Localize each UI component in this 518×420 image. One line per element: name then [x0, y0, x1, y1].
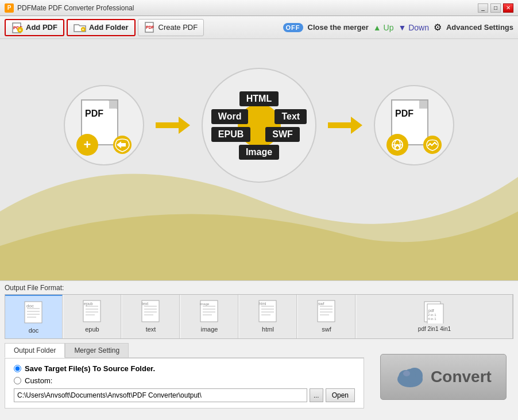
arrow-right-1	[156, 114, 190, 137]
doc-label: doc	[29, 327, 39, 334]
output-folder-section: Output Folder Merger Setting Save Target…	[0, 341, 369, 413]
convert-area: Convert	[369, 341, 518, 413]
svg-text:html: html	[259, 302, 266, 306]
svg-text:4 in 1: 4 in 1	[428, 317, 436, 321]
merger-toggle[interactable]: OFF	[283, 23, 303, 32]
svg-text:epub: epub	[84, 302, 93, 306]
svg-marker-8	[156, 117, 190, 134]
format-circle: HTML Word Text EPUB SWF Image	[202, 68, 316, 183]
output-folder-tabs: Output Folder Merger Setting	[5, 343, 364, 358]
format-tab-image[interactable]: image image	[181, 295, 238, 338]
up-button[interactable]: ▲ Up	[373, 23, 394, 32]
create-pdf-label: Create PDF	[159, 23, 198, 32]
image-label: image	[201, 326, 218, 333]
create-pdf-button[interactable]: PDF Create PDF	[138, 19, 204, 36]
output-format-label: Output File Format:	[5, 284, 513, 292]
output-folder-content: Save Target File(s) To Source Folder. Cu…	[5, 358, 364, 409]
save-to-source-row: Save Target File(s) To Source Folder.	[14, 364, 355, 373]
source-pdf-circle: PDF +	[64, 85, 144, 165]
minimize-button[interactable]: _	[478, 3, 488, 13]
svg-text:doc: doc	[26, 303, 34, 309]
main-area: PDF + HTML	[0, 39, 518, 280]
swf-icon: swf	[315, 299, 338, 323]
app-title: PDFMate PDF Converter Professional	[17, 4, 134, 12]
format-tab-doc[interactable]: doc doc	[5, 295, 63, 338]
custom-label: Custom:	[25, 376, 52, 385]
swf-tag: SWF	[265, 127, 300, 142]
merger-setting-tab[interactable]: Merger Setting	[65, 343, 129, 357]
advanced-settings-label[interactable]: Advanced Settings	[446, 23, 513, 32]
svg-text:pdf: pdf	[428, 309, 434, 313]
epub-label: epub	[85, 326, 99, 333]
svg-text:image: image	[200, 302, 210, 306]
convert-icon	[395, 362, 425, 392]
add-folder-icon: +	[74, 22, 86, 33]
output-folder-tab[interactable]: Output Folder	[5, 343, 65, 358]
custom-row: Custom:	[14, 376, 355, 385]
word-tag: Word	[211, 109, 249, 124]
svg-text:+: +	[19, 28, 22, 33]
convert-button[interactable]: Convert	[380, 354, 507, 400]
pdf-multi-label: pdf 2in1 4in1	[418, 326, 451, 332]
save-to-source-label: Save Target File(s) To Source Folder.	[25, 364, 155, 373]
add-pdf-icon: PDF +	[11, 22, 23, 33]
convert-label: Convert	[431, 368, 492, 386]
html-icon: html	[257, 299, 280, 323]
title-bar: P PDFMate PDF Converter Professional _ □…	[0, 0, 518, 16]
svg-text:2 in 1: 2 in 1	[428, 313, 436, 317]
svg-point-58	[403, 371, 410, 376]
add-folder-label: Add Folder	[89, 23, 129, 32]
output-pdf-circle: PDF	[374, 85, 454, 165]
svg-text:+: +	[82, 28, 84, 32]
doc-icon: doc	[22, 300, 45, 325]
add-pdf-button[interactable]: PDF + Add PDF	[5, 19, 64, 36]
down-button[interactable]: ▼ Down	[398, 23, 429, 32]
close-button[interactable]: ✕	[503, 3, 513, 13]
image-icon: image	[198, 299, 221, 323]
format-tab-text[interactable]: text text	[122, 295, 180, 338]
format-labels: HTML Word Text EPUB SWF Image	[211, 91, 307, 160]
svg-marker-9	[328, 117, 362, 134]
bottom-inner: Output Folder Merger Setting Save Target…	[0, 341, 518, 413]
text-tag: Text	[275, 109, 307, 124]
add-pdf-label: Add PDF	[26, 23, 57, 32]
format-tab-pdf[interactable]: pdf 2 in 1 4 in 1 pdf 2in1 4in1	[357, 295, 513, 338]
output-path-input[interactable]	[14, 388, 307, 402]
window-controls: _ □ ✕	[478, 3, 513, 13]
gear-icon: ⚙	[434, 22, 442, 33]
format-tab-swf[interactable]: swf swf	[298, 295, 355, 338]
custom-radio[interactable]	[14, 377, 21, 384]
swf-label: swf	[322, 326, 331, 333]
add-folder-button[interactable]: + Add Folder	[67, 19, 136, 36]
format-tabs: doc doc epub epub	[5, 294, 513, 339]
html-label: html	[262, 326, 274, 333]
conversion-diagram: PDF + HTML	[0, 39, 518, 200]
toolbar-right: OFF Close the merger ▲ Up ▼ Down ⚙ Advan…	[283, 22, 513, 33]
epub-icon: epub	[81, 299, 104, 323]
html-tag: HTML	[239, 91, 279, 106]
text-icon: text	[140, 299, 163, 323]
app-icon: P	[5, 3, 14, 13]
format-tab-epub[interactable]: epub epub	[64, 295, 121, 338]
arrow-right-2	[328, 114, 362, 137]
browse-button[interactable]: ...	[310, 388, 323, 402]
pdf-multi-icon: pdf 2 in 1 4 in 1	[423, 299, 446, 323]
path-row: ... Open	[14, 388, 355, 402]
open-button[interactable]: Open	[326, 388, 355, 402]
cloud-icon	[395, 362, 425, 392]
close-merger-label: Close the merger	[308, 23, 369, 32]
text-label: text	[146, 326, 156, 333]
create-pdf-icon: PDF	[144, 22, 156, 33]
restore-button[interactable]: □	[490, 3, 501, 13]
svg-text:PDF: PDF	[146, 25, 154, 29]
svg-text:text: text	[142, 302, 148, 306]
bottom-section: Output File Format: doc doc	[0, 280, 518, 413]
image-tag: Image	[239, 145, 279, 160]
svg-text:swf: swf	[318, 302, 324, 306]
toolbar: PDF + Add PDF + Add Folder PDF Create PD…	[0, 16, 518, 39]
format-tab-html[interactable]: html html	[239, 295, 297, 338]
save-to-source-radio[interactable]	[14, 365, 21, 372]
epub-tag: EPUB	[211, 127, 250, 142]
